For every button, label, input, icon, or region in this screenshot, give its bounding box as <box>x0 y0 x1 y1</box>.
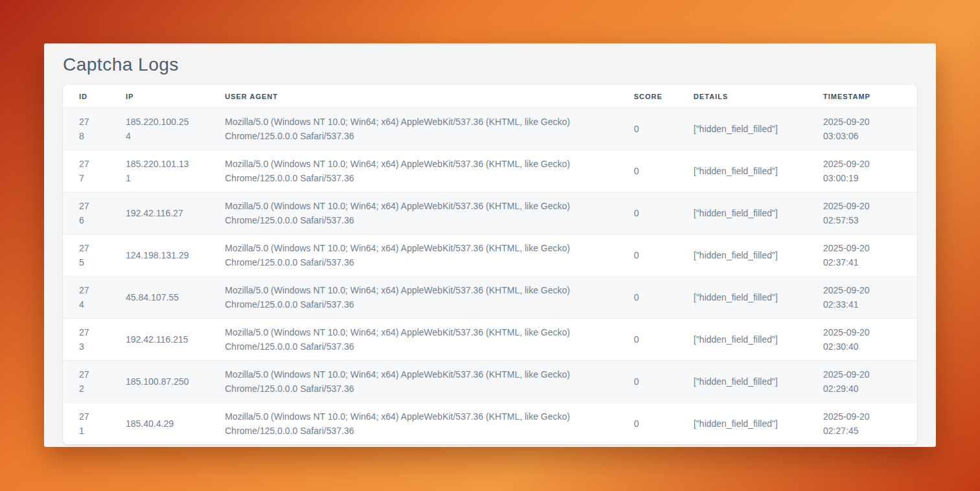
cell-details: ["hidden_field_filled"] <box>677 361 807 403</box>
table-row: 277185.220.101.131Mozilla/5.0 (Windows N… <box>63 150 917 192</box>
page-title: Captcha Logs <box>63 54 917 75</box>
column-header-details: DETAILS <box>677 85 807 108</box>
cell-timestamp: 2025-09-20 02:37:41 <box>807 234 917 277</box>
cell-details: ["hidden_field_filled"] <box>677 108 807 150</box>
cell-id: 272 <box>63 361 110 403</box>
cell-score: 0 <box>618 234 677 277</box>
column-header-timestamp: TIMESTAMP <box>807 85 917 108</box>
cell-ip: 45.84.107.55 <box>110 277 209 319</box>
cell-score: 0 <box>618 192 677 234</box>
cell-timestamp: 2025-09-20 03:00:19 <box>807 150 917 192</box>
cell-score: 0 <box>618 319 677 361</box>
cell-ip: 192.42.116.215 <box>110 319 209 361</box>
logs-table-container: IDIPUSER AGENTSCOREDETAILSTIMESTAMP 2781… <box>63 85 917 444</box>
cell-score: 0 <box>618 150 677 192</box>
cell-ip: 192.42.116.27 <box>110 192 209 234</box>
column-header-ip: IP <box>110 85 209 108</box>
table-row: 272185.100.87.250Mozilla/5.0 (Windows NT… <box>63 361 917 403</box>
cell-id: 273 <box>63 319 110 361</box>
table-row: 276192.42.116.27Mozilla/5.0 (Windows NT … <box>63 192 917 234</box>
cell-timestamp: 2025-09-20 02:57:53 <box>807 192 917 234</box>
table-row: 278185.220.100.254Mozilla/5.0 (Windows N… <box>63 108 917 150</box>
cell-user_agent: Mozilla/5.0 (Windows NT 10.0; Win64; x64… <box>209 234 618 277</box>
cell-score: 0 <box>618 403 677 445</box>
cell-id: 277 <box>63 150 110 192</box>
table-body: 278185.220.100.254Mozilla/5.0 (Windows N… <box>63 108 917 445</box>
cell-user_agent: Mozilla/5.0 (Windows NT 10.0; Win64; x64… <box>209 150 618 192</box>
cell-details: ["hidden_field_filled"] <box>677 277 807 319</box>
cell-timestamp: 2025-09-20 02:33:41 <box>807 277 917 319</box>
cell-user_agent: Mozilla/5.0 (Windows NT 10.0; Win64; x64… <box>209 192 618 234</box>
cell-details: ["hidden_field_filled"] <box>677 150 807 192</box>
cell-id: 274 <box>63 277 110 319</box>
cell-timestamp: 2025-09-20 03:03:06 <box>807 108 917 150</box>
cell-ip: 185.100.87.250 <box>110 361 209 403</box>
cell-user_agent: Mozilla/5.0 (Windows NT 10.0; Win64; x64… <box>209 277 618 319</box>
cell-user_agent: Mozilla/5.0 (Windows NT 10.0; Win64; x64… <box>209 403 618 445</box>
cell-user_agent: Mozilla/5.0 (Windows NT 10.0; Win64; x64… <box>209 108 618 150</box>
cell-timestamp: 2025-09-20 02:27:45 <box>807 403 917 445</box>
cell-score: 0 <box>618 361 677 403</box>
captcha-logs-card: Captcha Logs IDIPUSER AGENTSCOREDETAILST… <box>44 43 936 447</box>
cell-score: 0 <box>618 108 677 150</box>
table-header-row: IDIPUSER AGENTSCOREDETAILSTIMESTAMP <box>63 85 917 108</box>
column-header-id: ID <box>63 85 110 108</box>
cell-id: 278 <box>63 108 110 150</box>
cell-ip: 185.220.100.254 <box>110 108 209 150</box>
cell-id: 271 <box>63 403 110 445</box>
cell-id: 275 <box>63 234 110 277</box>
table-row: 271185.40.4.29Mozilla/5.0 (Windows NT 10… <box>63 403 917 445</box>
cell-ip: 185.40.4.29 <box>110 403 209 445</box>
page-background: Captcha Logs IDIPUSER AGENTSCOREDETAILST… <box>0 0 980 491</box>
cell-details: ["hidden_field_filled"] <box>677 403 807 445</box>
cell-timestamp: 2025-09-20 02:29:40 <box>807 361 917 403</box>
captcha-logs-table: IDIPUSER AGENTSCOREDETAILSTIMESTAMP 2781… <box>63 85 917 444</box>
cell-timestamp: 2025-09-20 02:30:40 <box>807 319 917 361</box>
cell-id: 276 <box>63 192 110 234</box>
column-header-score: SCORE <box>618 85 677 108</box>
table-row: 275124.198.131.29Mozilla/5.0 (Windows NT… <box>63 234 917 277</box>
cell-user_agent: Mozilla/5.0 (Windows NT 10.0; Win64; x64… <box>209 361 618 403</box>
column-header-user_agent: USER AGENT <box>209 85 618 108</box>
cell-ip: 185.220.101.131 <box>110 150 209 192</box>
cell-score: 0 <box>618 277 677 319</box>
cell-details: ["hidden_field_filled"] <box>677 234 807 277</box>
cell-ip: 124.198.131.29 <box>110 234 209 277</box>
table-row: 273192.42.116.215Mozilla/5.0 (Windows NT… <box>63 319 917 361</box>
cell-details: ["hidden_field_filled"] <box>677 192 807 234</box>
cell-details: ["hidden_field_filled"] <box>677 319 807 361</box>
cell-user_agent: Mozilla/5.0 (Windows NT 10.0; Win64; x64… <box>209 319 618 361</box>
table-row: 27445.84.107.55Mozilla/5.0 (Windows NT 1… <box>63 277 917 319</box>
